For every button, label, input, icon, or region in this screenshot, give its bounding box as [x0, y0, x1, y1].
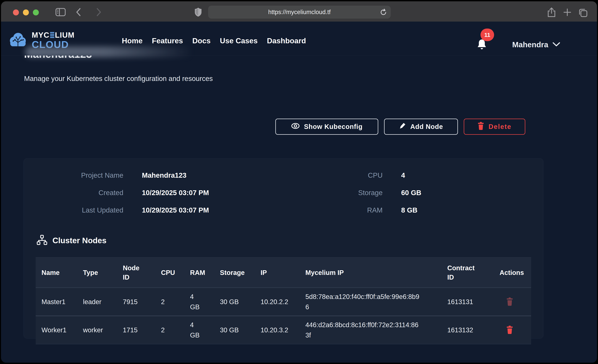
safari-window: https://myceliumcloud.tf — [1, 1, 597, 363]
col-header-type: Type — [77, 257, 117, 288]
cpu-value: 4 — [401, 166, 421, 184]
last-updated-value: 10/29/2025 03:07 PM — [142, 201, 209, 219]
chevron-down-icon — [553, 42, 560, 47]
network-icon — [36, 235, 48, 246]
eye-icon — [291, 123, 300, 131]
pencil-icon — [399, 122, 406, 131]
webpage-content: MYCLIUM CLOUD Home Features Docs Use Cas… — [1, 22, 597, 363]
delete-label: Delete — [489, 123, 511, 130]
minimize-window-button[interactable] — [23, 9, 29, 16]
cpu-label: CPU — [281, 166, 382, 184]
add-node-label: Add Node — [410, 123, 443, 130]
cell-type: leader — [77, 288, 117, 316]
cluster-details-panel: Project Name Mahendra123 Created 10/29/2… — [24, 158, 543, 339]
col-header-ip: IP — [255, 257, 299, 288]
stylized-e-glyph — [50, 32, 54, 38]
cell-node-id: 1715 — [117, 316, 155, 344]
col-header-cpu: CPU — [155, 257, 184, 288]
cell-contract-id: 1613132 — [441, 316, 494, 344]
last-updated-label: Last Updated — [24, 201, 123, 219]
table-row: Master1 leader 7915 2 4 GB 30 GB 10.20.2… — [36, 288, 531, 316]
project-name-value: Mahendra123 — [142, 166, 209, 184]
col-header-name: Name — [36, 257, 77, 288]
table-header-row: Name Type Node ID CPU RAM Storage IP Myc… — [36, 257, 531, 288]
col-header-node-id: Node ID — [117, 257, 155, 288]
cell-name: Worker1 — [36, 316, 77, 344]
cloud-tree-logo-icon — [8, 30, 27, 50]
page-subtitle: Manage your Kubernetes cluster configura… — [24, 75, 213, 83]
add-node-button[interactable]: Add Node — [384, 119, 458, 135]
cell-type: worker — [77, 316, 117, 344]
nav-item-home[interactable]: Home — [122, 36, 142, 45]
cluster-nodes-heading: Cluster Nodes — [36, 235, 106, 246]
cell-ip: 10.20.2.2 — [255, 288, 299, 316]
address-bar[interactable]: https://myceliumcloud.tf — [208, 6, 391, 19]
cell-name: Master1 — [36, 288, 77, 316]
blurred-title-under-header — [25, 46, 216, 58]
cluster-info-right: CPU 4 Storage 60 GB RAM 8 GB — [281, 166, 421, 219]
created-value: 10/29/2025 03:07 PM — [142, 184, 209, 201]
close-window-button[interactable] — [13, 9, 19, 16]
address-bar-url: https://myceliumcloud.tf — [268, 9, 331, 16]
show-kubeconfig-label: Show Kubeconfig — [304, 123, 363, 130]
tab-overview-icon[interactable] — [577, 8, 588, 17]
ram-value: 8 GB — [401, 201, 421, 219]
nav-item-docs[interactable]: Docs — [192, 36, 211, 45]
nav-item-dashboard[interactable]: Dashboard — [267, 36, 306, 45]
notification-count-badge: 11 — [481, 29, 494, 41]
storage-label: Storage — [281, 184, 382, 201]
col-header-contract-id: Contract ID — [441, 257, 494, 288]
show-kubeconfig-button[interactable]: Show Kubeconfig — [275, 119, 378, 135]
created-label: Created — [24, 184, 123, 201]
brand-lium: LIUM — [55, 31, 75, 39]
cell-mycelium-ip: 5d8:78ea:a120:f40c:ff0f:a5fe:99e6:8b96 — [299, 288, 441, 316]
storage-value: 60 GB — [401, 184, 421, 201]
cell-ram: 4 GB — [184, 316, 214, 344]
cell-cpu: 2 — [155, 288, 184, 316]
user-menu[interactable]: Mahendra — [512, 40, 560, 49]
share-icon[interactable] — [547, 7, 556, 17]
user-name: Mahendra — [512, 40, 548, 49]
cell-ram: 4 GB — [184, 288, 214, 316]
zoom-window-button[interactable] — [33, 9, 39, 16]
cell-node-id: 7915 — [117, 288, 155, 316]
col-header-ram: RAM — [184, 257, 214, 288]
cluster-nodes-title: Cluster Nodes — [52, 236, 106, 245]
col-header-mycelium-ip: Mycelium IP — [299, 257, 441, 288]
cell-mycelium-ip: 446:d2a6:8bcd:8c16:ff0f:72e2:3114:863f — [299, 316, 441, 344]
nav-item-features[interactable]: Features — [152, 36, 183, 45]
delete-node-button[interactable] — [506, 326, 513, 334]
brand-myc: MYC — [32, 31, 50, 39]
sidebar-toggle-icon[interactable] — [55, 8, 66, 16]
table-row: Worker1 worker 1715 2 4 GB 30 GB 10.20.3… — [36, 316, 531, 344]
delete-node-button[interactable] — [506, 298, 513, 306]
forward-button-icon[interactable] — [97, 8, 101, 16]
cluster-info-left: Project Name Mahendra123 Created 10/29/2… — [24, 166, 209, 219]
cluster-actions-row: Show Kubeconfig Add Node Delete — [275, 119, 525, 135]
new-tab-icon[interactable] — [563, 8, 572, 17]
back-button-icon[interactable] — [76, 8, 81, 16]
nav-item-use-cases[interactable]: Use Cases — [220, 36, 258, 45]
col-header-actions: Actions — [494, 257, 531, 288]
delete-cluster-button[interactable]: Delete — [464, 119, 525, 135]
reload-icon[interactable] — [380, 9, 387, 16]
cluster-nodes-table: Name Type Node ID CPU RAM Storage IP Myc… — [36, 257, 531, 344]
cell-ip: 10.20.3.2 — [255, 316, 299, 344]
col-header-storage: Storage — [214, 257, 255, 288]
browser-titlebar: https://myceliumcloud.tf — [1, 1, 597, 22]
ram-label: RAM — [281, 201, 382, 219]
cell-cpu: 2 — [155, 316, 184, 344]
cell-contract-id: 1613131 — [441, 288, 494, 316]
trash-icon — [478, 122, 484, 131]
cell-storage: 30 GB — [214, 288, 255, 316]
privacy-shield-icon[interactable] — [195, 7, 202, 17]
project-name-label: Project Name — [24, 166, 123, 184]
cell-storage: 30 GB — [214, 316, 255, 344]
cell-actions — [494, 288, 531, 316]
cell-actions — [494, 316, 531, 344]
